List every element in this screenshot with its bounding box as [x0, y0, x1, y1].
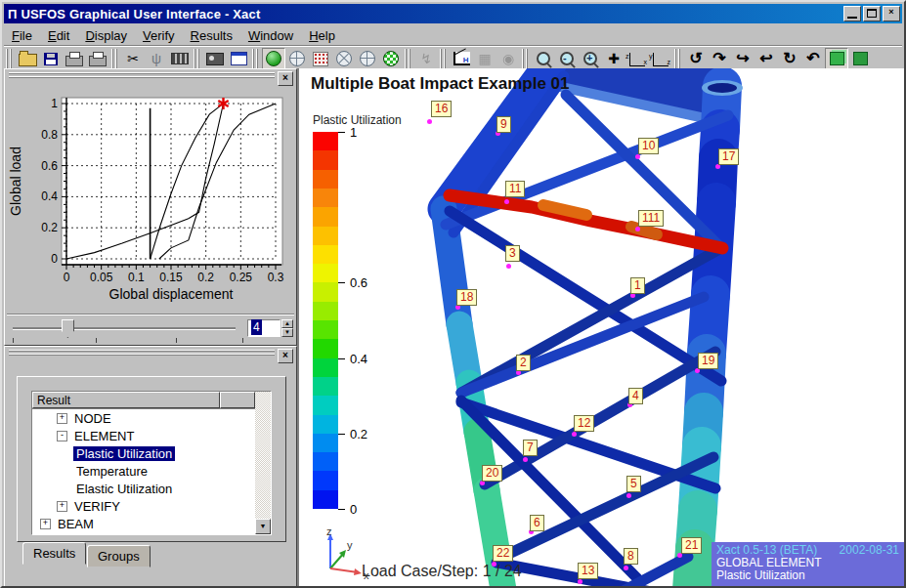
element-label-3[interactable]: 3 [505, 245, 520, 262]
element-label-9[interactable]: 9 [496, 116, 511, 133]
step-spinner-down-button[interactable]: ▼ [281, 328, 293, 337]
tree-panel-close-button[interactable]: × [278, 349, 293, 363]
toolbar-grip[interactable] [674, 49, 682, 68]
tree-header-extra[interactable] [220, 392, 255, 408]
toolbar-grip[interactable] [194, 49, 201, 68]
shade-wireframe-button[interactable] [285, 48, 309, 69]
shade-checker-button[interactable] [379, 48, 403, 69]
axis-zx-button[interactable] [626, 48, 649, 69]
cut-button[interactable]: ✂ [121, 48, 145, 69]
tree-item-beam[interactable]: +BEAM [32, 515, 271, 532]
menu-item-help[interactable]: Help [301, 26, 343, 45]
toolbar-grip[interactable] [440, 49, 448, 68]
shade-dots-button[interactable] [309, 48, 332, 69]
tree-item-element[interactable]: -ELEMENT [32, 427, 271, 444]
shade-sections-button[interactable] [332, 48, 356, 69]
tree-expander-icon[interactable]: + [40, 519, 51, 529]
matrix-button[interactable]: ▦ [473, 48, 496, 69]
element-label-12[interactable]: 12 [574, 415, 594, 432]
element-label-13[interactable]: 13 [578, 563, 598, 579]
rotate-left-button[interactable]: ↩ [755, 48, 778, 69]
tree-expander-icon[interactable]: - [57, 431, 67, 441]
axis-yz-button[interactable] [649, 48, 672, 69]
tree-item-plastic-utilization[interactable]: Plastic Utilization [32, 444, 271, 462]
brush-button[interactable]: ψ [145, 48, 168, 69]
element-label-20[interactable]: 20 [482, 465, 502, 482]
element-label-21[interactable]: 21 [681, 537, 702, 554]
zoom-out-button[interactable]: - [555, 48, 579, 69]
tree-item-elastic-utilization[interactable]: Elastic Utilization [32, 480, 271, 497]
chart-panel-close-button[interactable]: × [278, 71, 293, 86]
menu-item-results[interactable]: Results [183, 26, 240, 45]
tree-item-temperature[interactable]: Temperature [32, 462, 271, 480]
step-slider[interactable] [13, 327, 236, 329]
lightning-button[interactable]: ↯ [414, 48, 438, 69]
history-plot-button[interactable] [450, 48, 473, 69]
toolbar-grip[interactable] [252, 49, 260, 68]
zoom-in-button[interactable]: + [579, 48, 602, 69]
tree-header-result[interactable]: Result [32, 392, 220, 408]
minimize-button[interactable] [843, 6, 861, 21]
menu-item-verify[interactable]: Verify [135, 26, 183, 45]
pan-button[interactable]: ✚ [602, 48, 626, 69]
tree-item-node[interactable]: +NODE [32, 409, 271, 427]
tree-scroll-down-button[interactable]: ▼ [255, 519, 271, 534]
element-label-16[interactable]: 16 [431, 101, 452, 117]
tree-item-verify[interactable]: +VERIFY [32, 497, 271, 515]
toolbar-grip[interactable] [405, 49, 412, 68]
zoom-button[interactable] [532, 48, 555, 69]
menu-item-window[interactable]: Window [240, 26, 301, 45]
title-bar[interactable]: Π USFOS Graphical User Interface - Xact … [4, 4, 902, 23]
maximize-button[interactable] [863, 6, 881, 21]
view-box-button[interactable] [825, 48, 848, 69]
element-label-10[interactable]: 10 [638, 138, 659, 154]
menu-item-file[interactable]: File [4, 26, 40, 45]
model-view[interactable]: Multiple Boat Impact Example 01 Plastic … [299, 68, 906, 588]
close-button[interactable]: × [883, 6, 900, 21]
tab-groups[interactable]: Groups [87, 545, 151, 567]
shade-mesh-button[interactable] [356, 48, 379, 69]
rotate-cw-button[interactable]: ↻ [778, 48, 801, 69]
save-button[interactable] [39, 48, 63, 69]
rotate-up-button[interactable]: ↺ [684, 48, 708, 69]
open-button[interactable] [16, 48, 39, 69]
element-label-1[interactable]: 1 [630, 277, 645, 294]
toolbar-grip[interactable] [111, 49, 119, 68]
toolbar-grip[interactable] [522, 49, 530, 68]
element-label-6[interactable]: 6 [530, 515, 544, 531]
element-label-111[interactable]: 111 [638, 210, 664, 227]
tree-expander-icon[interactable]: + [57, 413, 67, 424]
element-label-4[interactable]: 4 [628, 388, 643, 404]
rotate-over-button[interactable]: ↷ [708, 48, 731, 69]
element-label-5[interactable]: 5 [626, 476, 641, 492]
snapshot-button[interactable] [203, 48, 227, 69]
film-button[interactable] [168, 48, 192, 69]
toolbar-grip[interactable] [6, 49, 14, 68]
element-label-7[interactable]: 7 [523, 440, 538, 456]
step-number-input[interactable]: 4 [247, 319, 280, 337]
element-label-19[interactable]: 19 [698, 353, 718, 369]
view-box-solid-button[interactable] [848, 48, 872, 69]
print-button[interactable] [63, 48, 86, 69]
element-label-22[interactable]: 22 [493, 545, 513, 562]
tree-scrollbar[interactable]: ▼ [255, 392, 271, 534]
step-slider-thumb[interactable] [62, 319, 74, 338]
print-preview-button[interactable] [86, 48, 109, 69]
rotate-ccw-button[interactable]: ↶ [801, 48, 825, 69]
shade-solid-button[interactable] [262, 48, 285, 69]
element-label-11[interactable]: 11 [505, 181, 525, 197]
element-label-17[interactable]: 17 [718, 148, 739, 165]
element-label-8[interactable]: 8 [624, 548, 638, 565]
target-button[interactable]: ◉ [496, 48, 520, 69]
console-button[interactable] [227, 48, 250, 69]
element-label-2[interactable]: 2 [516, 355, 531, 371]
element-label-18[interactable]: 18 [456, 289, 477, 306]
tree-expander-icon[interactable]: + [57, 501, 67, 512]
panel-grip[interactable] [9, 350, 275, 357]
step-spinner-up-button[interactable]: ▲ [281, 319, 293, 328]
menu-item-display[interactable]: Display [77, 26, 135, 45]
tab-results[interactable]: Results [22, 542, 86, 565]
panel-grip[interactable] [9, 72, 275, 80]
menu-item-edit[interactable]: Edit [40, 26, 77, 45]
rotate-right-button[interactable]: ↪ [731, 48, 755, 69]
